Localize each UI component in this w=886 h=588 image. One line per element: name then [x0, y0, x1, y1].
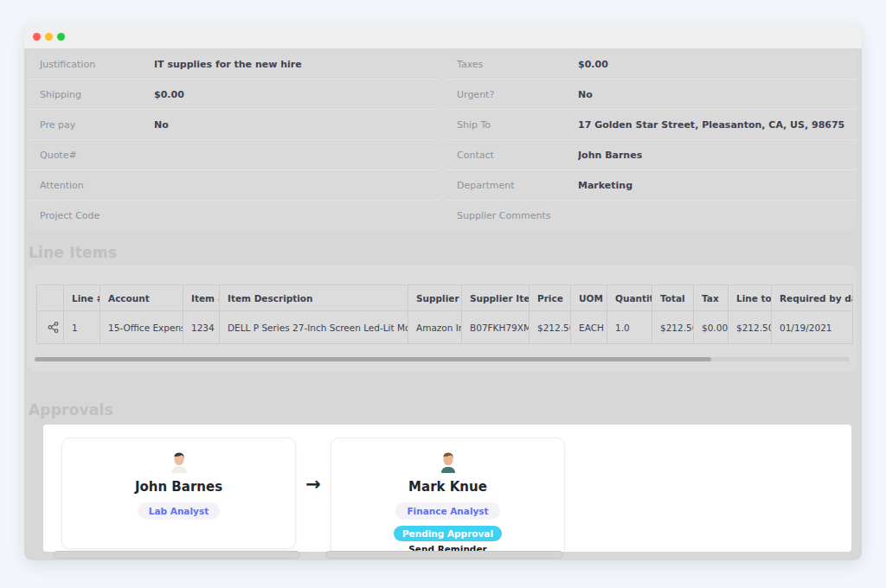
- cell-required-by-date: 01/19/2021: [772, 311, 853, 344]
- field-pre-pay: Pre pay No: [28, 110, 439, 140]
- approver-name: John Barnes: [135, 479, 222, 495]
- field-label: Supplier Comments: [457, 210, 578, 221]
- cell-line-total: $212.50: [729, 311, 772, 344]
- avatar: [170, 451, 189, 476]
- approver-role-badge: Lab Analyst: [138, 502, 220, 520]
- field-department: Department Marketing: [446, 170, 857, 201]
- column-header-tax: Tax: [694, 285, 729, 311]
- app-window: Justification IT supplies for the new hi…: [24, 24, 862, 560]
- detail-row: Shipping $0.00 Urgent? No: [28, 80, 857, 110]
- column-header-item-number: Item #: [183, 285, 220, 311]
- detail-row: Justification IT supplies for the new hi…: [28, 49, 857, 80]
- field-project-code: Project Code: [28, 201, 439, 231]
- approver-role-badge: Finance Analyst: [395, 502, 499, 520]
- cell-line-number: 1: [64, 311, 100, 344]
- table-header-row: Line # Account Item # Item Description S…: [37, 285, 853, 311]
- field-value: 17 Golden Star Street, Pleasanton, CA, U…: [578, 119, 844, 131]
- table-row[interactable]: 1 15-Office Expenses 1234 DELL P Series …: [37, 311, 853, 344]
- horizontal-scrollbar-thumb[interactable]: [35, 357, 711, 361]
- approvals-panel: John Barnes Lab Analyst → Mark Knue Fina…: [43, 425, 851, 552]
- column-header-line-total: Line total: [729, 285, 772, 311]
- field-value: No: [578, 89, 593, 100]
- field-label: Quote#: [40, 150, 154, 161]
- field-label: Justification: [40, 59, 154, 70]
- cutoff-panel: [325, 551, 563, 559]
- column-header-account: Account: [100, 285, 183, 311]
- field-value: Marketing: [578, 180, 632, 191]
- column-header-total: Total: [652, 285, 694, 311]
- approvals-heading: Approvals: [29, 401, 113, 419]
- column-header-required-by-date: Required by date: [772, 285, 853, 311]
- cell-item-number: 1234: [183, 311, 220, 344]
- detail-row: Project Code Supplier Comments: [28, 201, 857, 231]
- field-supplier-comments: Supplier Comments: [446, 201, 857, 231]
- column-header-quantity: Quantity: [607, 285, 652, 311]
- column-header-price: Price: [530, 285, 571, 311]
- cell-price: $212.50: [530, 311, 571, 344]
- line-items-heading: Line Items: [29, 244, 117, 261]
- cell-quantity: 1.0: [607, 311, 652, 344]
- column-header-supplier-item-number: Supplier Item #: [462, 285, 530, 311]
- field-taxes: Taxes $0.00: [446, 49, 857, 80]
- approval-card-john-barnes: John Barnes Lab Analyst: [61, 438, 296, 549]
- approver-name: Mark Knue: [408, 479, 487, 495]
- column-header-item-description: Item Description: [220, 285, 408, 311]
- minimize-button[interactable]: [45, 33, 53, 41]
- field-value: No: [154, 119, 169, 131]
- horizontal-scrollbar-track[interactable]: [35, 357, 850, 361]
- row-icon-cell: [37, 311, 64, 344]
- approval-card-mark-knue: Mark Knue Finance Analyst Pending Approv…: [331, 438, 565, 552]
- line-items-table: Line # Account Item # Item Description S…: [36, 284, 853, 344]
- share-icon[interactable]: [45, 319, 61, 336]
- column-header-uom: UOM: [571, 285, 607, 311]
- field-label: Contact: [457, 150, 578, 161]
- field-label: Ship To: [457, 119, 578, 131]
- field-urgent: Urgent? No: [446, 80, 857, 110]
- field-label: Attention: [40, 180, 154, 191]
- cutoff-panel: [54, 551, 300, 559]
- avatar: [439, 451, 458, 476]
- detail-grid: Justification IT supplies for the new hi…: [28, 49, 857, 231]
- field-value: IT supplies for the new hire: [154, 59, 302, 70]
- pending-approval-badge: Pending Approval: [394, 526, 502, 541]
- field-label: Department: [457, 180, 578, 191]
- field-contact: Contact John Barnes: [446, 140, 857, 170]
- cell-uom: EACH: [571, 311, 607, 344]
- order-details-panel: Justification IT supplies for the new hi…: [28, 49, 857, 231]
- cell-tax: $0.00: [694, 311, 729, 344]
- flow-arrow-icon: →: [296, 474, 331, 495]
- field-label: Pre pay: [40, 119, 154, 131]
- column-header-icon: [37, 285, 64, 311]
- cell-total: $212.50: [652, 311, 694, 344]
- detail-row: Pre pay No Ship To 17 Golden Star Street…: [28, 110, 857, 140]
- field-ship-to: Ship To 17 Golden Star Street, Pleasanto…: [446, 110, 857, 140]
- field-value: $0.00: [578, 59, 608, 70]
- field-label: Taxes: [457, 59, 578, 70]
- field-justification: Justification IT supplies for the new hi…: [28, 49, 439, 80]
- field-quote-number: Quote#: [28, 140, 439, 170]
- titlebar: [24, 24, 862, 48]
- field-label: Urgent?: [457, 89, 578, 100]
- zoom-button[interactable]: [57, 33, 65, 41]
- cell-supplier-item-number: B07FKH79XM: [462, 311, 530, 344]
- field-label: Shipping: [40, 89, 154, 100]
- field-label: Project Code: [40, 210, 154, 221]
- column-header-line-number: Line #: [64, 285, 100, 311]
- cell-supplier: Amazon Inc: [408, 311, 462, 344]
- field-attention: Attention: [28, 170, 439, 201]
- close-button[interactable]: [33, 33, 41, 41]
- field-value: John Barnes: [578, 150, 642, 161]
- field-value: $0.00: [154, 89, 184, 100]
- detail-row: Attention Department Marketing: [28, 170, 857, 201]
- cell-account: 15-Office Expenses: [100, 311, 183, 344]
- column-header-supplier: Supplier: [408, 285, 462, 311]
- detail-row: Quote# Contact John Barnes: [28, 140, 857, 170]
- cell-item-description: DELL P Series 27-Inch Screen Led-Lit Mon…: [220, 311, 408, 344]
- field-shipping: Shipping $0.00: [28, 80, 439, 110]
- line-items-panel: Line # Account Item # Item Description S…: [28, 265, 857, 372]
